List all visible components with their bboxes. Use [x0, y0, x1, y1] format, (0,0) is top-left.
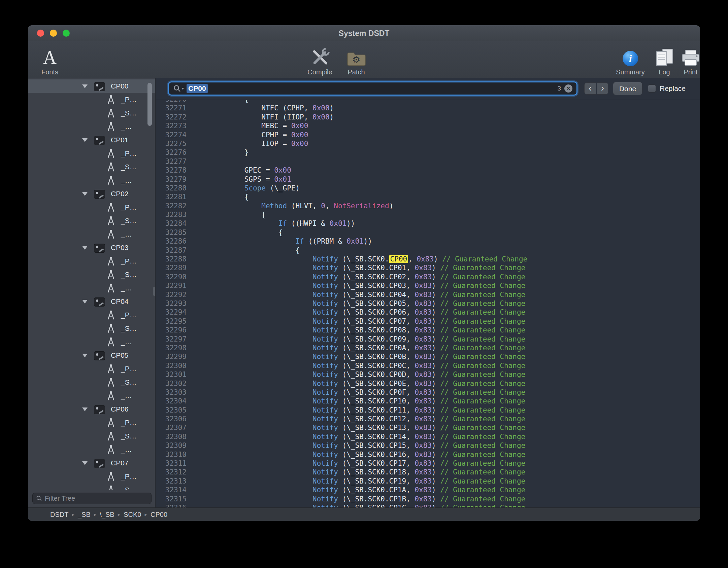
tree-item-cp05[interactable]: CP05	[28, 349, 155, 362]
tree-item-cp02[interactable]: CP02	[28, 187, 155, 201]
code-line: 32273 MEBC = 0x00	[165, 121, 700, 130]
window-title: System DSDT	[28, 25, 700, 41]
close-button[interactable]	[37, 30, 44, 37]
tree-item-child[interactable]: _P…	[28, 416, 155, 429]
log-button[interactable]: Log	[655, 45, 674, 76]
line-number: 32272	[165, 113, 187, 121]
breadcrumb-item[interactable]: DSDT	[50, 511, 68, 519]
disclosure-triangle-icon[interactable]	[82, 407, 88, 411]
patch-button[interactable]: ⚙ Patch	[346, 45, 366, 76]
tree-item-child[interactable]: _…	[28, 227, 155, 241]
disclosure-triangle-icon[interactable]	[82, 138, 88, 142]
breadcrumb-item[interactable]: CP00	[151, 511, 167, 519]
find-navigation: ‹ ›	[584, 82, 608, 95]
find-next-button[interactable]: ›	[597, 82, 608, 95]
tree-item-child[interactable]: _P…	[28, 254, 155, 268]
svg-text:i: i	[629, 52, 632, 65]
line-number: 32289	[165, 263, 187, 272]
search-highlight: CP00	[389, 255, 408, 263]
disclosure-triangle-icon[interactable]	[82, 192, 88, 196]
tree-item-child[interactable]: _P…	[28, 470, 155, 483]
filter-tree-input[interactable]: Filter Tree	[32, 493, 152, 504]
search-menu-icon[interactable]: ▾	[173, 84, 184, 93]
tree-item-child[interactable]: _S…	[28, 106, 155, 120]
done-button[interactable]: Done	[613, 82, 642, 95]
line-number: 32297	[165, 335, 187, 344]
tree-item-child[interactable]: _S…	[28, 483, 155, 490]
tree-item-child[interactable]: _P…	[28, 362, 155, 376]
tree-item-child[interactable]: _P…	[28, 201, 155, 214]
replace-checkbox[interactable]	[648, 84, 656, 93]
tree-item-child[interactable]: _S…	[28, 214, 155, 227]
code-line: 32292 Notify (\_SB.SCK0.CP04, 0x83) // G…	[165, 290, 700, 299]
method-compass-icon	[106, 471, 115, 484]
tree-item-cp06[interactable]: CP06	[28, 402, 155, 416]
tree-item-child[interactable]: _…	[28, 389, 155, 402]
title-bar[interactable]: System DSDT	[28, 25, 700, 41]
method-compass-icon	[106, 229, 115, 241]
code-line: 32284 If ((HWPI & 0x01))	[165, 219, 700, 228]
method-compass-icon	[106, 323, 115, 335]
fonts-button[interactable]: A Fonts	[41, 45, 58, 76]
clear-search-button[interactable]: ✕	[564, 84, 572, 93]
code-line: 32309 Notify (\_SB.SCK0.CP15, 0x83) // G…	[165, 441, 700, 450]
disclosure-triangle-icon[interactable]	[82, 84, 88, 88]
breadcrumb-item[interactable]: \_SB	[100, 511, 114, 519]
tree-item-label: _S…	[121, 214, 137, 227]
compile-button[interactable]: Compile	[307, 45, 332, 76]
tree-item-child[interactable]: _…	[28, 120, 155, 133]
tree-item-label: CP03	[111, 241, 129, 254]
line-number: 32275	[165, 139, 187, 148]
tree-item-child[interactable]: _…	[28, 174, 155, 187]
tree-item-label: _…	[121, 281, 132, 295]
summary-button[interactable]: i Summary	[616, 45, 645, 76]
sidebar-scrollbar-thumb[interactable]	[147, 83, 152, 126]
breadcrumb-separator: ▸	[118, 511, 121, 518]
find-previous-button[interactable]: ‹	[584, 82, 596, 95]
disclosure-triangle-icon[interactable]	[82, 246, 88, 250]
find-input[interactable]: ▾ CP00 3 ✕	[168, 81, 577, 96]
breadcrumb-separator: ▸	[72, 511, 74, 518]
tree-item-child[interactable]: _…	[28, 443, 155, 456]
tree-item-child[interactable]: _P…	[28, 93, 155, 106]
minimize-button[interactable]	[50, 30, 57, 37]
tree-item-child[interactable]: _S…	[28, 322, 155, 335]
print-button[interactable]: Print	[681, 45, 700, 76]
tree-item-child[interactable]: _…	[28, 281, 155, 295]
tree-item-label: _S…	[121, 429, 137, 443]
tree-item-child[interactable]: _S…	[28, 268, 155, 281]
zoom-button[interactable]	[63, 30, 70, 37]
line-number: 32309	[165, 441, 187, 450]
tree-item-cp04[interactable]: CP04	[28, 295, 155, 308]
code-line: 32275 IIOP = 0x00	[165, 139, 700, 148]
disclosure-triangle-icon[interactable]	[82, 354, 88, 357]
tree-item-child[interactable]: _…	[28, 335, 155, 349]
breadcrumb-item[interactable]: _SB	[78, 511, 91, 519]
pages-icon	[655, 45, 674, 67]
disclosure-triangle-icon[interactable]	[82, 300, 88, 304]
line-number: 32279	[165, 175, 187, 184]
scope-icon	[94, 136, 105, 145]
line-number: 32287	[165, 246, 187, 255]
line-number: 32306	[165, 415, 187, 423]
tree-item-child[interactable]: _S…	[28, 160, 155, 174]
tree-item-cp03[interactable]: CP03	[28, 241, 155, 254]
tree-item-label: _S…	[121, 268, 137, 281]
line-number: 32278	[165, 166, 187, 175]
disclosure-triangle-icon[interactable]	[82, 461, 88, 465]
code-line: 32299 Notify (\_SB.SCK0.CP0B, 0x83) // G…	[165, 352, 700, 361]
tree-item-cp07[interactable]: CP07	[28, 456, 155, 470]
breadcrumb-item[interactable]: SCK0	[124, 511, 141, 519]
code-line: 32305 Notify (\_SB.SCK0.CP11, 0x83) // G…	[165, 406, 700, 415]
tree-item-child[interactable]: _S…	[28, 376, 155, 389]
tree-item-cp00[interactable]: CP00	[28, 79, 155, 93]
scope-icon	[94, 351, 105, 360]
tree-item-cp01[interactable]: CP01	[28, 133, 155, 147]
tree-item-child[interactable]: _P…	[28, 308, 155, 322]
tree-item-child[interactable]: _S…	[28, 429, 155, 443]
code-editor[interactable]: 32270 {32271 NTFC (CPHP, 0x00)32272 NTFI…	[155, 78, 700, 507]
method-compass-icon	[106, 310, 115, 322]
replace-label[interactable]: Replace	[660, 84, 686, 93]
tree-item-child[interactable]: _P…	[28, 147, 155, 160]
search-icon	[36, 495, 42, 501]
